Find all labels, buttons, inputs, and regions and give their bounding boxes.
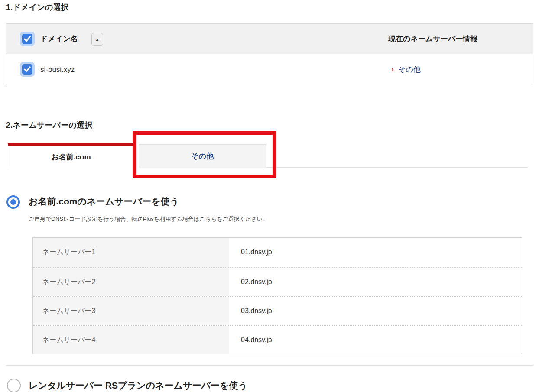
tab-row-divider xyxy=(266,167,528,168)
current-nameserver-link[interactable]: ›その他 xyxy=(391,54,421,85)
radio-onamae-nameserver[interactable] xyxy=(6,195,20,209)
checkbox-checked-box xyxy=(22,64,32,75)
checkbox-checked-box xyxy=(22,34,32,44)
nameserver-row-4: ネームサーバー4 04.dnsv.jp xyxy=(33,325,522,354)
tab-onamae-com-label: お名前.com xyxy=(51,152,91,162)
nameserver-row-2: ネームサーバー2 02.dnsv.jp xyxy=(33,267,522,296)
onamae-nameserver-option-description: ご自身でDNSレコード設定を行う場合、転送Plusを利用する場合はこちらをご選択… xyxy=(29,215,268,223)
tab-sonota-label: その他 xyxy=(191,151,214,161)
nameserver-table: ネームサーバー1 01.dnsv.jp ネームサーバー2 02.dnsv.jp … xyxy=(32,237,522,354)
nameserver-select-section-title: 2.ネームサーバーの選択 xyxy=(6,120,93,130)
domain-name-value: si-busi.xyz xyxy=(40,54,75,85)
tab-sonota[interactable]: その他 xyxy=(139,144,266,168)
nameserver-3-value: 03.dnsv.jp xyxy=(229,297,272,325)
nameserver-row-3: ネームサーバー3 03.dnsv.jp xyxy=(33,296,522,325)
select-all-checkbox[interactable] xyxy=(20,32,35,46)
domain-table-row: si-busi.xyz ›その他 xyxy=(6,54,533,85)
current-nameserver-link-label: その他 xyxy=(398,65,421,74)
check-icon xyxy=(24,66,31,72)
nameserver-4-value: 04.dnsv.jp xyxy=(229,326,272,354)
nameserver-info-column-header: 現在のネームサーバー情報 xyxy=(388,24,477,54)
nameserver-2-label: ネームサーバー2 xyxy=(33,268,229,296)
domain-table: ドメイン名 ▲ 現在のネームサーバー情報 si-busi.xyz ›その他 xyxy=(6,23,533,85)
rs-plan-nameserver-option-label[interactable]: レンタルサーバー RSプランのネームサーバーを使う xyxy=(29,379,247,392)
sort-ascending-button[interactable]: ▲ xyxy=(91,33,103,46)
nameserver-1-value: 01.dnsv.jp xyxy=(229,238,272,267)
onamae-nameserver-option-label[interactable]: お名前.comのネームサーバーを使う xyxy=(29,195,179,207)
radio-selected-dot xyxy=(10,199,16,205)
nameserver-1-label: ネームサーバー1 xyxy=(33,238,229,267)
section-divider xyxy=(6,365,533,366)
domain-column-header: ドメイン名 xyxy=(40,24,78,54)
chevron-right-icon: › xyxy=(391,65,394,74)
nameserver-3-label: ネームサーバー3 xyxy=(33,297,229,325)
domain-table-header: ドメイン名 ▲ 現在のネームサーバー情報 xyxy=(6,24,533,54)
sort-asc-icon: ▲ xyxy=(95,37,99,42)
nameserver-2-value: 02.dnsv.jp xyxy=(229,268,272,296)
nameserver-row-1: ネームサーバー1 01.dnsv.jp xyxy=(33,238,522,267)
radio-rs-plan-nameserver[interactable] xyxy=(7,379,21,392)
nameserver-4-label: ネームサーバー4 xyxy=(33,326,229,354)
domain-row-checkbox[interactable] xyxy=(20,62,35,77)
tab-onamae-com[interactable]: お名前.com xyxy=(8,143,134,168)
check-icon xyxy=(24,36,31,42)
domain-select-section-title: 1.ドメインの選択 xyxy=(6,2,69,13)
